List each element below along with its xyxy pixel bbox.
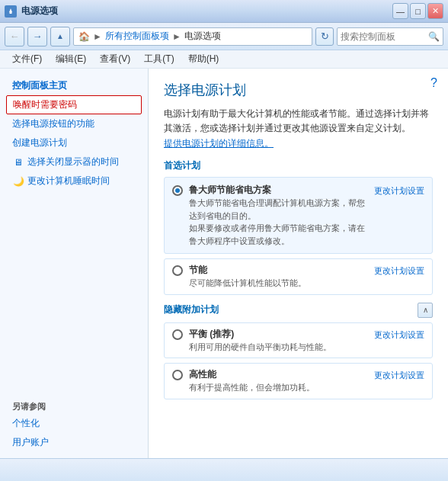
app-icon <box>5 5 17 18</box>
panel-detail-link[interactable]: 提供电源计划的详细信息。 <box>164 138 274 149</box>
plan-item-high-perf: 高性能 有利于提高性能，但会增加功耗。 更改计划设置 <box>164 363 433 399</box>
right-panel: ? 选择电源计划 电源计划有助于最大化计算机的性能或者节能。通过选择计划并将其激… <box>149 69 448 458</box>
sidebar-item-user-accounts[interactable]: 用户账户 <box>0 433 148 452</box>
sidebar-item-create-plan[interactable]: 创建电源计划 <box>0 133 148 152</box>
hidden-section-header: 隐藏附加计划 ∧ <box>164 303 433 318</box>
sidebar-item-sleep-time[interactable]: 🌙 更改计算机睡眠时间 <box>0 172 148 191</box>
menu-tools[interactable]: 工具(T) <box>138 51 180 67</box>
close-button[interactable]: ✕ <box>427 3 443 19</box>
sidebar: 控制面板主页 唤醒时需要密码 选择电源按钮的功能 创建电源计划 🖥 选择关闭显示… <box>0 69 149 458</box>
maximize-button[interactable]: □ <box>410 3 426 19</box>
sidebar-item-display-off[interactable]: 🖥 选择关闭显示器的时间 <box>0 152 148 172</box>
sidebar-item-power-button[interactable]: 选择电源按钮的功能 <box>0 114 148 133</box>
plan-desc-high-perf: 有利于提高性能，但会增加功耗。 <box>189 381 368 394</box>
back-button[interactable]: ← <box>5 27 24 46</box>
breadcrumb-all-items[interactable]: 所有控制面板项 <box>105 30 169 43</box>
plan-desc-ludashi: 鲁大师节能省电合理调配计算机电源方案，帮您达到省电的目的。如果要修改或者停用鲁大… <box>189 197 368 247</box>
forward-button[interactable]: → <box>27 27 47 46</box>
panel-title: 选择电源计划 <box>164 81 433 99</box>
window-title: 电源选项 <box>21 5 58 18</box>
title-bar-left: 电源选项 <box>5 5 58 18</box>
menu-edit[interactable]: 编辑(E) <box>50 51 92 67</box>
plan-name-ludashi: 鲁大师节能省电方案 <box>189 184 368 197</box>
plan-change-ludashi[interactable]: 更改计划设置 <box>374 185 424 197</box>
refresh-button[interactable]: ↻ <box>315 27 334 46</box>
breadcrumb: 🏠 ► 所有控制面板项 ► 电源选项 <box>73 27 312 46</box>
plan-item-balance: 平衡 (推荐) 利用可用的硬件自动平衡功耗与性能。 更改计划设置 <box>164 322 433 359</box>
plan-radio-jieneng[interactable] <box>172 265 183 276</box>
panel-description: 电源计划有助于最大化计算机的性能或者节能。通过选择计划并将其激活，您或选择计划并… <box>164 107 433 136</box>
menu-bar: 文件(F) 编辑(E) 查看(V) 工具(T) 帮助(H) <box>0 50 448 69</box>
plan-desc-balance: 利用可用的硬件自动平衡功耗与性能。 <box>189 341 368 354</box>
sidebar-item-personalize[interactable]: 个性化 <box>0 414 148 433</box>
main-content: 控制面板主页 唤醒时需要密码 选择电源按钮的功能 创建电源计划 🖥 选择关闭显示… <box>0 69 448 458</box>
plan-radio-high-perf[interactable] <box>172 370 183 380</box>
menu-file[interactable]: 文件(F) <box>6 51 48 67</box>
hidden-section-label: 隐藏附加计划 <box>164 303 219 316</box>
svg-rect-2 <box>10 12 12 14</box>
nav-bar: ← → ▲ 🏠 ► 所有控制面板项 ► 电源选项 ↻ 🔍 <box>0 23 448 50</box>
sidebar-also-section: 另请参阅 <box>0 396 148 414</box>
preferred-section-label: 首选计划 <box>164 159 433 172</box>
sidebar-main-link[interactable]: 控制面板主页 <box>0 75 148 95</box>
menu-view[interactable]: 查看(V) <box>94 51 136 67</box>
plan-change-high-perf[interactable]: 更改计划设置 <box>374 370 424 381</box>
plan-name-high-perf: 高性能 <box>189 368 368 381</box>
plan-change-balance[interactable]: 更改计划设置 <box>374 329 424 341</box>
plan-item-jieneng: 节能 尽可能降低计算机性能以节能。 更改计划设置 <box>164 258 433 295</box>
breadcrumb-home[interactable]: 🏠 <box>78 31 90 42</box>
search-box: 🔍 <box>337 27 443 46</box>
status-bar <box>0 458 448 481</box>
title-bar: 电源选项 — □ ✕ <box>0 0 448 23</box>
minimize-button[interactable]: — <box>392 3 408 19</box>
sleep-icon: 🌙 <box>12 175 24 188</box>
sidebar-spacer <box>0 191 148 203</box>
up-button[interactable]: ▲ <box>50 27 70 46</box>
window-controls: — □ ✕ <box>392 3 443 19</box>
plan-item-ludashi: 鲁大师节能省电方案 鲁大师节能省电合理调配计算机电源方案，帮您达到省电的目的。如… <box>164 177 433 254</box>
hidden-section-toggle[interactable]: ∧ <box>418 303 433 318</box>
sidebar-item-wakeup-password[interactable]: 唤醒时需要密码 <box>6 95 142 114</box>
plan-desc-jieneng: 尽可能降低计算机性能以节能。 <box>189 277 368 290</box>
help-icon[interactable]: ? <box>430 76 437 90</box>
plan-name-jieneng: 节能 <box>189 264 368 277</box>
search-icon[interactable]: 🔍 <box>428 31 440 42</box>
plan-change-jieneng[interactable]: 更改计划设置 <box>374 265 424 277</box>
plan-radio-balance[interactable] <box>172 329 183 340</box>
search-input[interactable] <box>341 31 428 42</box>
breadcrumb-current: 电源选项 <box>184 30 221 43</box>
monitor-icon: 🖥 <box>12 156 24 168</box>
menu-help[interactable]: 帮助(H) <box>182 51 226 67</box>
plan-radio-ludashi[interactable] <box>172 185 183 196</box>
plan-name-balance: 平衡 (推荐) <box>189 328 368 341</box>
